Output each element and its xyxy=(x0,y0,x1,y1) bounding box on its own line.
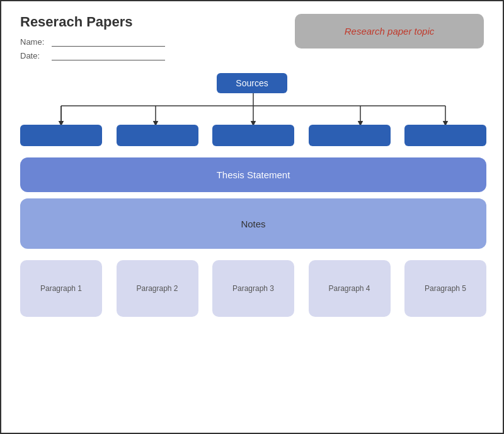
paragraphs-row: Paragraph 1 Paragraph 2 Paragraph 3 Para… xyxy=(20,260,486,317)
sources-node[interactable]: Sources xyxy=(217,73,287,93)
source-child-5[interactable] xyxy=(404,125,486,146)
source-children xyxy=(20,125,486,146)
tree-connectors xyxy=(20,93,486,125)
sources-section: Sources xyxy=(20,73,484,146)
notes-label: Notes xyxy=(241,219,265,229)
topic-box: Research paper topic xyxy=(295,14,484,49)
date-input[interactable] xyxy=(52,50,165,60)
name-input[interactable] xyxy=(52,37,165,47)
name-label: Name: xyxy=(20,37,52,47)
paragraph-2-label: Paragraph 2 xyxy=(136,284,178,293)
notes-box[interactable]: Notes xyxy=(20,198,486,249)
paragraph-5-label: Paragraph 5 xyxy=(425,284,466,293)
paragraph-box-2[interactable]: Paragraph 2 xyxy=(117,260,198,317)
paragraph-box-3[interactable]: Paragraph 3 xyxy=(212,260,294,317)
date-label: Date: xyxy=(20,51,52,60)
paragraph-1-label: Paragraph 1 xyxy=(40,284,82,293)
paragraph-box-5[interactable]: Paragraph 5 xyxy=(404,260,486,317)
paragraph-box-1[interactable]: Paragraph 1 xyxy=(20,260,102,317)
source-child-3[interactable] xyxy=(212,125,294,146)
source-child-2[interactable] xyxy=(117,125,198,146)
source-child-1[interactable] xyxy=(20,125,102,146)
sources-label: Sources xyxy=(236,78,268,88)
thesis-box[interactable]: Thesis Statement xyxy=(20,157,486,192)
topic-label: Research paper topic xyxy=(345,26,435,37)
thesis-label: Thesis Statement xyxy=(217,169,290,180)
paragraph-box-4[interactable]: Paragraph 4 xyxy=(309,260,391,317)
paragraph-3-label: Paragraph 3 xyxy=(232,284,274,293)
source-child-4[interactable] xyxy=(309,125,391,146)
paragraph-4-label: Paragraph 4 xyxy=(328,284,370,293)
